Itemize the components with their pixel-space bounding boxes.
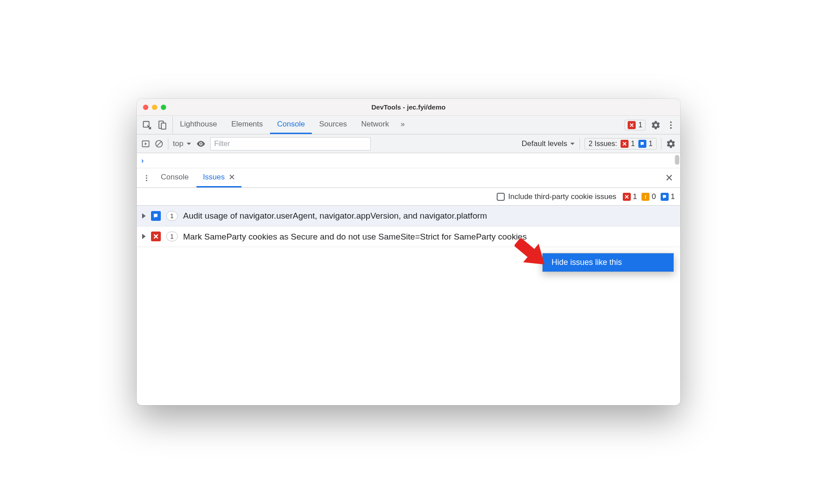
issue-title: Mark SameParty cookies as Secure and do … — [183, 231, 675, 243]
main-tabs-row: Lighthouse Elements Console Sources Netw… — [137, 116, 680, 134]
console-input-row[interactable]: › — [137, 153, 680, 168]
toolbar-separator — [661, 138, 662, 150]
counts-error: 1 — [633, 192, 637, 201]
device-toggle-icon[interactable] — [157, 120, 167, 130]
tabs-overflow-button[interactable]: » — [396, 116, 409, 134]
device-toolbar-group — [137, 116, 173, 134]
main-tabs: Lighthouse Elements Console Sources Netw… — [173, 116, 620, 134]
context-menu: Hide issues like this — [542, 253, 674, 272]
hide-issues-menu-item[interactable]: Hide issues like this — [543, 253, 674, 272]
inspect-element-icon[interactable] — [142, 120, 152, 130]
error-icon — [628, 121, 636, 129]
issue-title: Audit usage of navigator.userAgent, navi… — [183, 210, 675, 222]
svg-point-10 — [146, 179, 147, 181]
expand-triangle-icon[interactable] — [142, 213, 146, 219]
issue-count-pill: 1 — [166, 232, 178, 241]
svg-rect-12 — [645, 198, 646, 199]
tab-sources[interactable]: Sources — [312, 116, 354, 134]
info-icon — [151, 211, 161, 221]
drawer-tab-console[interactable]: Console — [155, 168, 195, 187]
close-drawer-icon[interactable]: ✕ — [662, 172, 677, 184]
execution-context-select[interactable]: top — [173, 139, 192, 148]
error-icon — [623, 193, 631, 201]
log-levels-select[interactable]: Default levels — [522, 139, 575, 148]
maximize-window-button[interactable] — [161, 105, 166, 110]
svg-point-4 — [670, 124, 672, 126]
close-window-button[interactable] — [143, 105, 148, 110]
issues-toolbar: Include third-party cookie issues 1 0 1 — [137, 188, 680, 206]
issue-row[interactable]: 1 Mark SameParty cookies as Secure and d… — [137, 227, 680, 248]
scrollbar-thumb[interactable] — [675, 155, 679, 165]
info-icon — [638, 140, 646, 148]
toolbar-separator — [580, 138, 580, 150]
clear-console-icon[interactable] — [155, 139, 163, 148]
console-settings-icon[interactable] — [666, 139, 676, 149]
devtools-window: DevTools - jec.fyi/demo Lighthouse Eleme… — [137, 99, 680, 405]
live-expression-icon[interactable] — [196, 139, 206, 149]
info-icon — [661, 193, 669, 201]
svg-rect-11 — [645, 195, 646, 197]
window-title: DevTools - jec.fyi/demo — [137, 103, 680, 111]
error-count-badge[interactable]: 1 — [625, 120, 645, 130]
svg-point-3 — [670, 121, 672, 123]
svg-point-8 — [146, 175, 147, 176]
execution-context-label: top — [173, 139, 184, 148]
error-icon — [621, 140, 629, 148]
chevron-down-icon — [570, 141, 575, 146]
console-prompt-icon: › — [141, 156, 144, 165]
filter-input[interactable] — [210, 137, 371, 150]
svg-rect-2 — [161, 123, 166, 129]
settings-icon[interactable] — [651, 120, 661, 130]
drawer-tabs-row: Console Issues ✕ ✕ — [137, 168, 680, 188]
issues-info-count: 1 — [649, 140, 653, 148]
third-party-cookies-label: Include third-party cookie issues — [508, 192, 617, 201]
counts-warning: 0 — [652, 192, 656, 201]
toolbar-separator — [168, 138, 168, 150]
traffic-lights — [143, 105, 166, 110]
tab-console[interactable]: Console — [270, 116, 312, 134]
close-tab-icon[interactable]: ✕ — [229, 172, 235, 182]
tab-network[interactable]: Network — [354, 116, 396, 134]
tab-elements[interactable]: Elements — [224, 116, 270, 134]
third-party-cookies-checkbox[interactable]: Include third-party cookie issues — [497, 192, 617, 201]
checkbox-icon — [497, 193, 505, 201]
tabs-right-group: 1 — [620, 116, 680, 134]
error-icon — [151, 232, 161, 241]
toggle-sidebar-icon[interactable] — [141, 139, 150, 148]
console-toolbar: top Default levels 2 Issues: 1 1 — [137, 134, 680, 153]
minimize-window-button[interactable] — [152, 105, 157, 110]
expand-triangle-icon[interactable] — [142, 234, 146, 239]
log-levels-label: Default levels — [522, 139, 567, 148]
drawer-more-icon[interactable] — [140, 174, 153, 182]
counts-info: 1 — [671, 192, 675, 201]
svg-point-9 — [146, 177, 147, 179]
more-menu-icon[interactable] — [666, 120, 676, 130]
drawer-tab-issues-label: Issues — [203, 173, 225, 182]
issues-error-count: 1 — [631, 140, 635, 148]
issues-summary-button[interactable]: 2 Issues: 1 1 — [584, 138, 657, 150]
issues-summary-label: 2 Issues: — [588, 140, 617, 148]
issue-category-counts: 1 0 1 — [623, 192, 675, 201]
issue-count-pill: 1 — [166, 211, 178, 221]
error-count-value: 1 — [638, 121, 642, 129]
tab-lighthouse[interactable]: Lighthouse — [173, 116, 224, 134]
issue-row[interactable]: 1 Audit usage of navigator.userAgent, na… — [137, 206, 680, 227]
chevron-down-icon — [186, 141, 192, 146]
svg-point-5 — [670, 127, 672, 129]
drawer-tab-issues[interactable]: Issues ✕ — [196, 168, 241, 187]
titlebar: DevTools - jec.fyi/demo — [137, 99, 680, 116]
warning-icon — [641, 193, 650, 201]
